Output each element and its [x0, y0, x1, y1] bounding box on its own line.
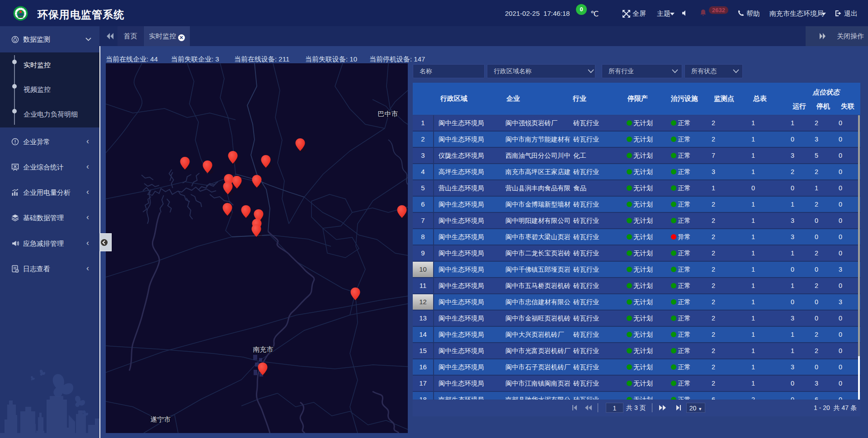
- svg-text:巴中市: 巴中市: [378, 110, 398, 118]
- svg-text:r: r: [24, 9, 24, 10]
- svg-text:南充市: 南充市: [253, 345, 274, 353]
- svg-text:遂宁市: 遂宁市: [151, 415, 171, 423]
